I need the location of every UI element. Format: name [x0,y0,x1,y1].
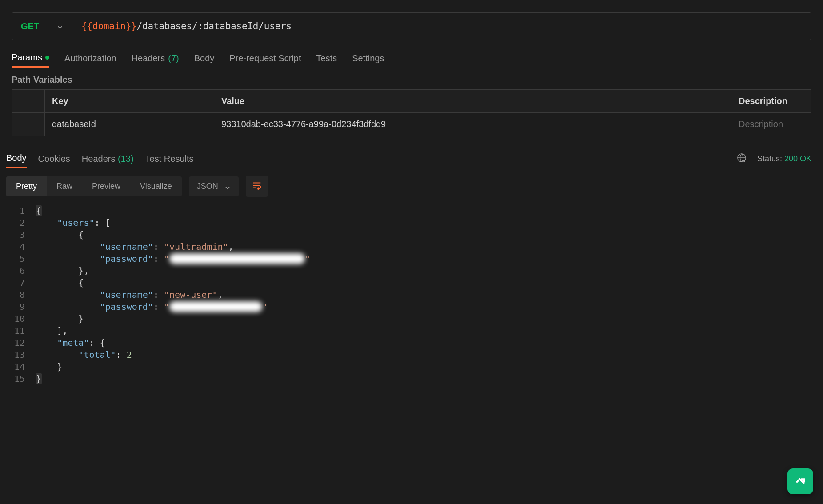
tab-settings[interactable]: Settings [352,50,384,67]
view-preview[interactable]: Preview [82,176,130,196]
view-mode-segment: Pretty Raw Preview Visualize [6,176,182,196]
active-dot-icon [45,56,49,60]
path-variables-heading: Path Variables [0,68,823,89]
view-raw[interactable]: Raw [47,176,82,196]
view-pretty[interactable]: Pretty [6,176,47,196]
key-column-header: Key [45,90,214,113]
tab-headers-count: (7) [168,53,179,64]
row-value-cell[interactable]: 93310dab-ec33-4776-a99a-0d234f3dfdd9 [214,113,731,136]
tab-tests[interactable]: Tests [316,50,337,67]
response-tab-headers-count: (13) [118,154,134,164]
url-path: /databases/:databaseId/users [137,21,292,32]
postbot-fab[interactable] [787,468,813,494]
chevron-down-icon [224,184,231,190]
row-key-cell[interactable]: databaseId [45,113,214,136]
table-row: databaseId 93310dab-ec33-4776-a99a-0d234… [12,113,811,136]
tab-authorization[interactable]: Authorization [64,50,116,67]
globe-icon[interactable] [737,153,747,165]
request-tabs: Params Authorization Headers (7) Body Pr… [0,49,823,68]
response-tabs: Body Cookies Headers (13) Test Results [6,149,194,168]
url-variable: {{domain}} [81,21,136,32]
response-tab-headers[interactable]: Headers (13) [82,150,134,168]
response-tab-body[interactable]: Body [6,149,27,168]
body-controls: Pretty Raw Preview Visualize JSON [0,168,823,197]
tab-headers[interactable]: Headers (7) [132,50,179,67]
value-column-header: Value [214,90,731,113]
url-input[interactable]: {{domain}}/databases/:databaseId/users [73,13,811,40]
line-gutter: 123456789101112131415 [0,205,36,385]
tab-prerequest[interactable]: Pre-request Script [229,50,301,67]
language-selector[interactable]: JSON [189,176,239,196]
path-variables-table: Key Value Description databaseId 93310da… [12,89,811,136]
response-tab-test-results[interactable]: Test Results [145,150,194,168]
table-header-row: Key Value Description [12,90,811,113]
response-tab-headers-label: Headers [82,154,116,164]
table-checkbox-column [12,90,45,113]
tab-params[interactable]: Params [12,49,49,68]
http-method-selector[interactable]: GET [12,13,73,40]
status-code: 200 OK [784,154,811,163]
response-status: Status: 200 OK [737,153,811,165]
tab-body[interactable]: Body [194,50,215,67]
row-description-cell[interactable]: Description [731,113,811,136]
tab-headers-label: Headers [132,53,165,64]
description-column-header: Description [731,90,811,113]
response-bar: Body Cookies Headers (13) Test Results S… [0,136,823,168]
http-method-label: GET [21,21,39,32]
tab-params-label: Params [12,52,42,63]
response-tab-cookies[interactable]: Cookies [38,150,70,168]
chevron-down-icon [57,23,63,29]
language-label: JSON [197,182,218,191]
code-column[interactable]: { "users": [ { "username": "vultradmin",… [36,205,823,385]
status-label: Status: [757,154,782,163]
view-visualize[interactable]: Visualize [130,176,182,196]
request-url-bar: GET {{domain}}/databases/:databaseId/use… [12,12,811,40]
response-code-view[interactable]: 123456789101112131415 { "users": [ { "us… [0,197,823,385]
word-wrap-button[interactable] [246,176,268,197]
row-checkbox-cell[interactable] [12,113,45,136]
